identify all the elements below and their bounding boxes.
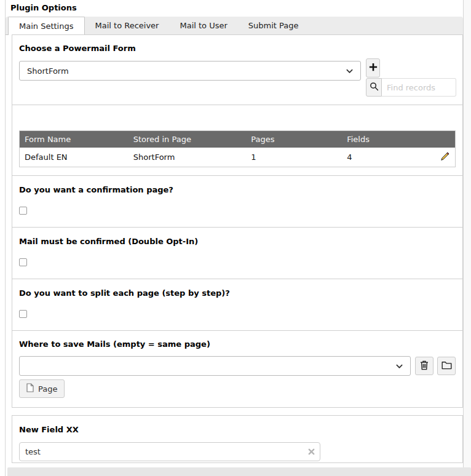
chevron-down-icon (396, 362, 403, 371)
close-icon (308, 448, 315, 457)
section-save-mails: Where to save Mails (empty = same page) (12, 330, 463, 408)
find-records-input[interactable] (382, 78, 456, 97)
forms-table: Form Name Stored in Page Pages Fields De… (19, 130, 456, 167)
tab-main-settings[interactable]: Main Settings (8, 17, 85, 35)
choose-form-label: Choose a Powermail Form (19, 44, 462, 53)
cell-stored-in-page: ShortForm (129, 148, 246, 167)
section-confirmation-page: Do you want a confirmation page? (12, 175, 463, 228)
section-new-field: New Field XX (12, 415, 463, 463)
tab-label: Submit Page (248, 21, 299, 30)
plugin-options-panel: Plugin Options Main Settings Mail to Rec… (0, 0, 471, 476)
double-opt-in-label: Mail must be confirmed (Double Opt-In) (19, 237, 455, 246)
trash-icon (420, 360, 429, 372)
powermail-form-select[interactable]: ShortForm (19, 61, 361, 81)
tab-label: Main Settings (19, 22, 74, 31)
tab-bar: Main Settings Mail to Receiver Mail to U… (6, 17, 463, 35)
col-pages: Pages (246, 131, 342, 148)
clear-selection-button[interactable] (415, 357, 433, 375)
table-header-row: Form Name Stored in Page Pages Fields (20, 131, 456, 148)
pencil-icon (440, 154, 450, 163)
new-field-label: New Field XX (19, 425, 456, 434)
browse-pages-button[interactable] (437, 357, 456, 375)
cell-form-name: Default EN (20, 148, 129, 167)
edit-record-button[interactable] (440, 151, 450, 161)
split-pages-checkbox[interactable] (19, 310, 27, 318)
panel-right-border (463, 0, 464, 476)
double-opt-in-checkbox[interactable] (19, 258, 27, 266)
save-mails-select[interactable] (19, 356, 411, 376)
page-title: Plugin Options (6, 0, 463, 17)
form-sections: Choose a Powermail Form ShortForm (12, 34, 463, 463)
select-value: ShortForm (27, 66, 346, 76)
tab-label: Mail to User (180, 21, 227, 30)
section-forms-table: Form Name Stored in Page Pages Fields De… (12, 105, 463, 176)
col-fields: Fields (342, 131, 433, 148)
new-field-input[interactable] (19, 442, 320, 461)
split-pages-label: Do you want to split each page (step by … (19, 288, 455, 298)
section-double-opt-in: Mail must be confirmed (Double Opt-In) (12, 227, 463, 279)
section-choose-form: Choose a Powermail Form ShortForm (12, 34, 463, 105)
table-row: Default EN ShortForm 1 4 (20, 148, 456, 167)
search-button[interactable] (366, 78, 382, 97)
folder-icon (441, 361, 452, 371)
search-icon (370, 82, 379, 93)
add-record-button[interactable] (366, 58, 380, 77)
bottom-strip (7, 467, 471, 476)
tab-mail-to-receiver[interactable]: Mail to Receiver (85, 17, 170, 34)
plus-icon (369, 63, 378, 73)
page-button-label: Page (38, 384, 57, 394)
cell-fields: 4 (342, 148, 433, 167)
col-form-name: Form Name (20, 131, 129, 148)
find-records-group (366, 78, 456, 97)
tab-label: Mail to Receiver (95, 21, 159, 30)
col-actions (433, 131, 455, 148)
confirmation-page-label: Do you want a confirmation page? (19, 185, 455, 194)
cell-pages: 1 (246, 148, 342, 167)
section-split-pages: Do you want to split each page (step by … (12, 279, 463, 331)
tab-mail-to-user[interactable]: Mail to User (169, 17, 237, 34)
page-icon (26, 383, 34, 394)
save-mails-label: Where to save Mails (empty = same page) (19, 339, 456, 349)
confirmation-page-checkbox[interactable] (19, 207, 27, 215)
page-right-margin (464, 0, 471, 476)
new-field-wrap (19, 442, 320, 461)
record-tools (366, 58, 456, 97)
chevron-down-icon (346, 66, 353, 76)
clear-input-button[interactable] (308, 448, 315, 455)
tab-submit-page[interactable]: Submit Page (238, 17, 309, 34)
page-button[interactable]: Page (19, 379, 65, 398)
panel-content: Plugin Options Main Settings Mail to Rec… (6, 0, 463, 463)
save-mails-row (19, 356, 456, 376)
col-stored-in-page: Stored in Page (129, 131, 246, 148)
